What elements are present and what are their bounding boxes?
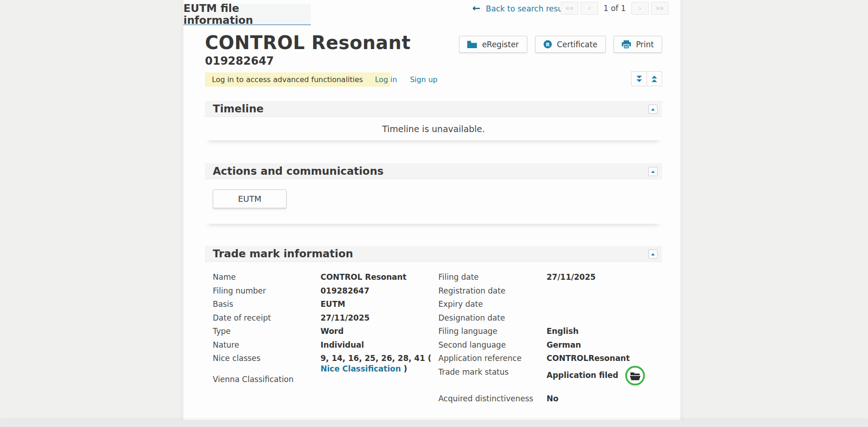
field-value: EUTM <box>321 299 434 313</box>
certificate-label: Certificate <box>557 40 597 49</box>
field-label: Designation date <box>438 313 547 327</box>
double-chevron-down-icon <box>636 76 642 82</box>
triangle-up-icon <box>651 108 655 111</box>
application-number: 019282647 <box>205 55 274 67</box>
previous-icon: ‹ <box>588 4 591 12</box>
registered-r-circle-icon: R <box>543 40 552 49</box>
field-label: Filing number <box>213 286 321 299</box>
login-banner-message: Log in to access advanced functionalitie… <box>212 75 363 84</box>
field-value: German <box>547 340 661 354</box>
trademark-name-title: CONTROL Resonant <box>205 32 411 53</box>
trademark-status-text: Application filed <box>547 370 618 381</box>
tab-eutm-file-information[interactable]: EUTM file information <box>183 4 311 25</box>
field-label: Type <box>213 326 321 340</box>
timeline-section-body: Timeline is unavailable. <box>205 117 662 140</box>
trademark-section-title: Trade mark information <box>213 248 353 260</box>
actions-communications-section: Actions and communications EUTM <box>205 163 662 224</box>
field-value: Word <box>321 326 434 340</box>
previous-result-button[interactable]: ‹ <box>581 2 598 15</box>
field-label: Registration date <box>438 286 547 299</box>
field-label: Nature <box>213 340 321 354</box>
actions-collapse-toggle[interactable] <box>648 167 658 176</box>
trademark-section-body: Name CONTROL Resonant Filing number 0192… <box>205 262 662 427</box>
pagination-label: 1 of 1 <box>603 4 626 13</box>
open-folder-green-circle-icon <box>625 365 646 386</box>
timeline-section: Timeline Timeline is unavailable. <box>205 101 662 140</box>
result-pagination: «« ‹ 1 of 1 › »» <box>561 2 669 15</box>
back-to-search-results-link[interactable]: ← Back to search results <box>472 4 572 13</box>
collapse-all-sections-button[interactable] <box>647 71 662 86</box>
last-icon: »» <box>656 4 664 12</box>
trademark-fields-right-column: Filing date 27/11/2025 Registration date… <box>438 272 661 404</box>
next-icon: › <box>639 4 641 12</box>
actions-section-header[interactable]: Actions and communications <box>205 163 662 179</box>
timeline-unavailable-message: Timeline is unavailable. <box>382 124 485 134</box>
nice-classes-suffix: ) <box>401 364 407 373</box>
main-content-column: EUTM file information ← Back to search r… <box>183 0 680 427</box>
printer-icon <box>622 40 631 49</box>
global-section-toggles <box>631 71 662 86</box>
print-label: Print <box>636 40 654 49</box>
field-label: Filing language <box>438 326 547 340</box>
eregister-label: eRegister <box>482 40 519 49</box>
trademark-section-header[interactable]: Trade mark information <box>205 246 662 262</box>
signup-link[interactable]: Sign up <box>410 75 437 84</box>
certificate-button[interactable]: R Certificate <box>535 36 606 53</box>
field-label: Vienna Classification <box>213 374 321 388</box>
nice-classification-link[interactable]: Nice Classification <box>321 364 401 373</box>
field-value: CONTROL Resonant <box>321 272 434 286</box>
field-value: Individual <box>321 340 434 354</box>
first-icon: «« <box>565 4 574 12</box>
triangle-up-icon <box>651 171 655 173</box>
expand-all-sections-button[interactable] <box>631 71 647 86</box>
login-banner: Log in to access advanced functionalitie… <box>205 72 390 87</box>
timeline-section-header[interactable]: Timeline <box>205 101 662 117</box>
field-label: Acquired distinctiveness <box>438 394 547 404</box>
field-label: Name <box>213 272 321 286</box>
field-value-nice-classes: 9, 14, 16, 25, 26, 28, 41 ( Nice Classif… <box>321 353 434 374</box>
actions-section-body: EUTM <box>205 179 662 224</box>
first-result-button[interactable]: «« <box>561 2 578 15</box>
field-label: Filing date <box>438 272 547 286</box>
trademark-fields-left-column: Name CONTROL Resonant Filing number 0192… <box>213 272 434 388</box>
field-label: Basis <box>213 299 321 313</box>
timeline-section-title: Timeline <box>213 103 264 115</box>
field-label: Expiry date <box>438 299 547 313</box>
field-label: Date of receipt <box>213 313 321 327</box>
eregister-button[interactable]: eRegister <box>459 36 527 53</box>
field-value <box>547 299 661 313</box>
actions-section-title: Actions and communications <box>213 165 383 177</box>
field-value <box>547 313 661 327</box>
trademark-information-section: Trade mark information Name CONTROL Reso… <box>205 246 662 427</box>
tab-title: EUTM file information <box>183 2 311 26</box>
login-link[interactable]: Log in <box>375 75 397 84</box>
field-label: Application reference <box>438 353 547 367</box>
print-button[interactable]: Print <box>614 36 662 53</box>
back-arrow-icon: ← <box>472 4 481 13</box>
next-result-button[interactable]: › <box>631 2 649 15</box>
toolbar: eRegister R Certificate Print <box>459 36 662 53</box>
field-label: Second language <box>438 340 547 354</box>
field-value <box>547 286 661 299</box>
triangle-up-icon <box>651 253 655 255</box>
double-chevron-up-icon <box>652 76 657 82</box>
field-label: Trade mark status <box>438 367 547 387</box>
field-label: Nice classes <box>213 353 321 374</box>
nice-classes-numbers: 9, 14, 16, 25, 26, 28, 41 ( <box>321 354 431 363</box>
eutm-tab-button[interactable]: EUTM <box>213 189 287 208</box>
back-link-label: Back to search results <box>486 4 572 13</box>
field-value: 27/11/2025 <box>547 272 661 286</box>
field-value: 27/11/2025 <box>321 313 434 327</box>
trademark-collapse-toggle[interactable] <box>648 250 658 259</box>
folder-icon <box>467 41 477 48</box>
next-section-edge <box>0 420 868 427</box>
field-value: 019282647 <box>321 286 434 299</box>
field-value: No <box>547 394 661 404</box>
field-value <box>321 374 434 388</box>
field-value: English <box>547 326 661 340</box>
last-result-button[interactable]: »» <box>651 2 669 15</box>
svg-text:R: R <box>546 42 550 48</box>
timeline-collapse-toggle[interactable] <box>648 105 658 114</box>
field-value-trademark-status: Application filed <box>547 364 661 387</box>
